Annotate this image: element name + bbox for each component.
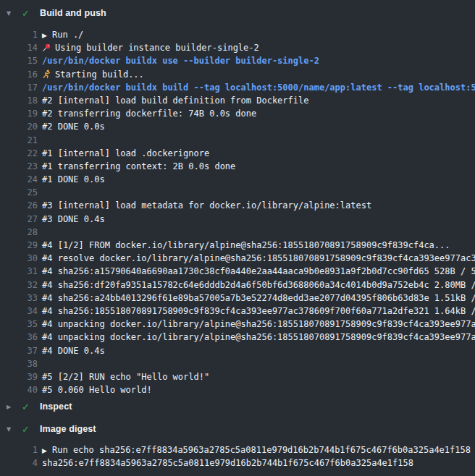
log-line: 36#4 unpacking docker.io/library/alpine@… [0, 331, 475, 344]
log-line-text: /usr/bin/docker buildx build --tag local… [42, 82, 475, 93]
line-number-link[interactable]: 1 [0, 443, 38, 456]
log-line: 34#4 sha256:185518070891758909c9f839cf4c… [0, 305, 475, 318]
chevron-right-icon[interactable]: ▶ [7, 404, 15, 410]
log-text: /usr/bin/docker buildx use --builder bui… [42, 54, 319, 67]
expand-group-arrow-icon[interactable]: ▶ [42, 444, 52, 457]
log-line-text: #4 sha256:a24bb4013296f61e89ba57005a7b3e… [42, 293, 475, 303]
log-line: 20#2 DONE 0.0s [0, 120, 475, 133]
log-line: 25 [0, 186, 475, 199]
section-header-build-and-push[interactable]: ▼✓Build and push [0, 6, 475, 20]
line-number-link[interactable]: 14 [0, 41, 38, 54]
log-line: 18#2 [internal] load build definition fr… [0, 94, 475, 107]
log-line: 33#4 sha256:a24bb4013296f61e89ba57005a7b… [0, 292, 475, 305]
chevron-down-icon[interactable]: ▼ [7, 426, 15, 433]
log-text: ▶Run echo sha256:e7ff8834a5963a2785c5a08… [42, 443, 471, 457]
section-label: Build and push [40, 8, 106, 18]
log-line-text: #4 sha256:185518070891758909c9f839cf4ca3… [42, 306, 475, 316]
log-text: #4 sha256:a24bb4013296f61e89ba57005a7b3e… [42, 292, 475, 305]
line-number-link[interactable]: 38 [0, 357, 38, 370]
log-line: 37#4 DONE 0.4s [0, 344, 475, 357]
log-line: 31#4 sha256:a15790640a6690aa1730c38cf0a4… [0, 265, 475, 278]
line-number-link[interactable]: 27 [0, 213, 38, 226]
line-number-link[interactable]: 39 [0, 370, 38, 383]
log-text: #5 [2/2] RUN echo "Hello world!" [42, 370, 209, 383]
log-line: 28 [0, 226, 475, 239]
line-number-link[interactable]: 15 [0, 54, 38, 67]
line-number-link[interactable]: 37 [0, 344, 38, 357]
log-line-text: #2 transferring dockerfile: 74B 0.0s don… [42, 109, 256, 119]
check-icon: ✓ [22, 401, 31, 412]
line-number-link[interactable]: 30 [0, 252, 38, 265]
line-number-link[interactable]: 21 [0, 134, 38, 147]
log-text: #2 [internal] load build definition from… [42, 94, 308, 107]
log-line-text: #2 DONE 0.0s [42, 122, 105, 132]
log-text: #2 DONE 0.0s [42, 120, 105, 133]
log-line-text: #1 DONE 0.0s [42, 174, 105, 184]
log-text: #1 DONE 0.0s [42, 173, 105, 186]
log-line-text: #4 sha256:df20fa9351a15782c64e6dddb2d4a6… [42, 280, 475, 290]
log-text: sha256:e7ff8834a5963a2785c5a0811e979d16b… [42, 456, 413, 469]
log-line-text: Using builder instance builder-single-2 [55, 43, 259, 53]
line-number-link[interactable]: 1 [0, 28, 38, 41]
line-number-link[interactable]: 32 [0, 279, 38, 292]
check-icon: ✓ [22, 424, 31, 435]
log-text: #2 transferring dockerfile: 74B 0.0s don… [42, 107, 256, 120]
log-text: #4 sha256:185518070891758909c9f839cf4ca3… [42, 305, 475, 318]
line-number-link[interactable]: 19 [0, 107, 38, 120]
log-line: 15/usr/bin/docker buildx use --builder b… [0, 54, 475, 67]
expand-group-arrow-icon[interactable]: ▶ [42, 29, 52, 42]
section-label: Inspect [40, 401, 72, 412]
line-number-link[interactable]: 16 [0, 68, 38, 81]
log-line-text: #1 [internal] load .dockerignore [42, 148, 209, 158]
line-number-link[interactable]: 35 [0, 318, 38, 331]
log-text: #3 DONE 0.4s [42, 213, 105, 226]
log-line: 4sha256:e7ff8834a5963a2785c5a0811e979d16… [0, 456, 475, 469]
log-text: #4 DONE 0.4s [42, 344, 105, 357]
log-line: 19#2 transferring dockerfile: 74B 0.0s d… [0, 107, 475, 120]
log-line: 24#1 DONE 0.0s [0, 173, 475, 186]
section-header-inspect[interactable]: ▶✓Inspect [0, 399, 475, 414]
log-text: #3 [internal] load metadata for docker.i… [42, 199, 371, 212]
line-number-link[interactable]: 25 [0, 186, 38, 199]
log-text: #1 [internal] load .dockerignore [42, 147, 209, 160]
line-number-link[interactable]: 33 [0, 292, 38, 305]
log-line: 29#4 [1/2] FROM docker.io/library/alpine… [0, 239, 475, 252]
log-line: 14Using builder instance builder-single-… [0, 41, 475, 54]
line-number-link[interactable]: 22 [0, 147, 38, 160]
log-line-text: Run echo sha256:e7ff8834a5963a2785c5a081… [52, 445, 471, 455]
chevron-down-icon[interactable]: ▼ [7, 10, 15, 17]
log-line-text: #3 DONE 0.4s [42, 214, 105, 224]
runner-icon [42, 69, 51, 79]
log-line-text: /usr/bin/docker buildx use --builder bui… [42, 56, 319, 66]
log-line-text: #4 DONE 0.4s [42, 346, 105, 356]
log-line: 1▶Run echo sha256:e7ff8834a5963a2785c5a0… [0, 443, 475, 456]
line-number-link[interactable]: 31 [0, 265, 38, 278]
section-label: Image digest [40, 424, 96, 434]
log-text: /usr/bin/docker buildx build --tag local… [42, 81, 475, 94]
log-line-text: #2 [internal] load build definition from… [42, 95, 308, 106]
log-line: 23#1 transferring context: 2B 0.0s done [0, 160, 475, 173]
line-number-link[interactable]: 18 [0, 94, 38, 107]
line-number-link[interactable]: 29 [0, 239, 38, 252]
line-number-link[interactable]: 36 [0, 331, 38, 344]
log-line: 26#3 [internal] load metadata for docker… [0, 199, 475, 212]
log-text: #4 [1/2] FROM docker.io/library/alpine@s… [42, 239, 450, 252]
check-icon: ✓ [22, 8, 31, 19]
line-number-link[interactable]: 24 [0, 173, 38, 186]
log-line: 27#3 DONE 0.4s [0, 213, 475, 226]
line-number-link[interactable]: 26 [0, 199, 38, 212]
line-number-link[interactable]: 17 [0, 81, 38, 94]
section-header-image-digest[interactable]: ▼✓Image digest [0, 422, 475, 436]
line-number-link[interactable]: 28 [0, 226, 38, 239]
log-line-text: #4 resolve docker.io/library/alpine@sha2… [42, 253, 475, 263]
line-number-link[interactable]: 34 [0, 305, 38, 318]
line-number-link[interactable]: 40 [0, 383, 38, 396]
line-number-link[interactable]: 23 [0, 160, 38, 173]
log-line: 22#1 [internal] load .dockerignore [0, 147, 475, 160]
log-line-text: sha256:e7ff8834a5963a2785c5a0811e979d16b… [42, 458, 413, 468]
line-number-link[interactable]: 20 [0, 120, 38, 133]
line-number-link[interactable]: 4 [0, 456, 38, 469]
log-text: ▶Run ./ [42, 28, 83, 42]
pushpin-icon [42, 43, 51, 52]
log-line-text: #5 [2/2] RUN echo "Hello world!" [42, 372, 209, 382]
